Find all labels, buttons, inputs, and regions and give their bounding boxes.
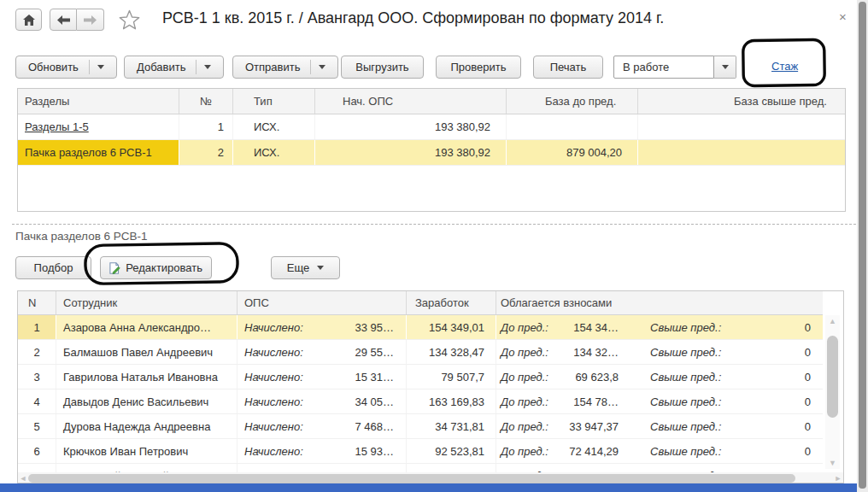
employee-row[interactable]: 6 Крючков Иван Петрович Начислено: 15 93…: [18, 439, 823, 464]
employee-ops-cell[interactable]: Начислено: 34 05…: [238, 390, 407, 413]
employee-name-cell[interactable]: Дурова Надежда Андреевна: [56, 414, 238, 438]
employee-earnings-cell[interactable]: 79 507,7: [407, 365, 496, 389]
employee-taxable-cell[interactable]: До пред.: 72 414,29 Свыше пред.: 0: [496, 439, 823, 463]
table-row[interactable]: Пачка разделов 6 РСВ-1 2 ИСХ. 193 380,92…: [18, 140, 845, 166]
employee-number-cell[interactable]: 5: [18, 414, 56, 438]
section-base-under-cell[interactable]: [507, 114, 638, 139]
employee-name-cell[interactable]: Азарова Анна Александро…: [56, 315, 238, 339]
employee-taxable-cell[interactable]: До пред.: 33 947,37 Свыше пред.: 0: [496, 414, 823, 438]
employee-taxable-cell[interactable]: До пред.: 69 623,8 Свыше пред.: 0: [496, 365, 823, 389]
employee-number-cell[interactable]: 4: [18, 390, 56, 413]
section-base-over-cell[interactable]: [638, 140, 845, 165]
employee-name-cell[interactable]: Гаврилова Наталья Ивановна: [56, 365, 238, 389]
employee-ops-cell[interactable]: Начислено: 15 31…: [238, 365, 407, 389]
column-header-type[interactable]: Тип: [233, 89, 315, 114]
refresh-button[interactable]: Обновить: [15, 56, 117, 79]
column-header-taxable[interactable]: Облагается взносами: [496, 291, 823, 314]
employee-ops-cell[interactable]: Начислено: 29 55…: [238, 340, 407, 364]
employee-row[interactable]: 5 Дурова Надежда Андреевна Начислено: 7 …: [18, 414, 823, 439]
back-button[interactable]: [50, 9, 77, 31]
table-row[interactable]: Разделы 1-5 1 ИСХ. 193 380,92: [18, 114, 845, 140]
over-limit-value: 0: [736, 420, 823, 433]
section-type-cell[interactable]: ИСХ.: [233, 140, 315, 165]
split-separator: [310, 60, 311, 74]
scroll-left-icon[interactable]: ◄: [18, 474, 28, 483]
section-ops-cell[interactable]: 193 380,92: [315, 114, 507, 139]
employee-number-cell[interactable]: 1: [18, 315, 56, 339]
forward-button[interactable]: [77, 9, 104, 31]
employee-taxable-cell[interactable]: До пред.: 134 32… Свыше пред.: 0: [496, 340, 823, 364]
add-button[interactable]: Добавить: [124, 56, 224, 79]
vertical-scrollbar[interactable]: ▲ ▼: [825, 315, 840, 469]
employee-row[interactable]: 2 Балмашов Павел Андреевич Начислено: 29…: [18, 340, 823, 365]
column-header-employee[interactable]: Сотрудник: [56, 291, 238, 314]
employee-earnings-cell[interactable]: 92 523,81: [407, 439, 496, 463]
section-ops-cell[interactable]: 193 380,92: [315, 140, 507, 165]
scroll-down-icon[interactable]: ▼: [829, 457, 836, 469]
scroll-up-icon[interactable]: ▲: [829, 315, 836, 327]
favorite-star-button[interactable]: [119, 9, 140, 30]
edit-button[interactable]: Редактировать: [100, 256, 212, 279]
send-button[interactable]: Отправить: [232, 56, 338, 79]
employee-row[interactable]: 4 Давыдов Денис Васильевич Начислено: 34…: [18, 390, 823, 414]
section-base-over-cell[interactable]: [638, 114, 845, 139]
export-button[interactable]: Выгрузить: [341, 56, 424, 79]
employee-ops-cell[interactable]: Начислено: 7 468…: [238, 414, 407, 438]
section-type-cell[interactable]: ИСХ.: [233, 114, 315, 139]
column-header-ops[interactable]: ОПС: [238, 291, 407, 314]
horizontal-scrollbar[interactable]: ◄ ►: [18, 472, 843, 483]
status-select[interactable]: В работе: [613, 56, 714, 79]
employee-number-cell[interactable]: 6: [18, 439, 56, 463]
column-header-earnings[interactable]: Заработок: [407, 291, 496, 314]
employee-taxable-cell[interactable]: До пред.: 154 78… Свыше пред.: 0: [496, 390, 823, 413]
status-select-arrow-button[interactable]: [714, 56, 736, 79]
more-button[interactable]: Еще: [271, 256, 340, 279]
employee-earnings-cell[interactable]: 134 328,47: [407, 340, 496, 364]
vertical-scrollbar-thumb[interactable]: [827, 336, 838, 418]
check-button[interactable]: Проверить: [436, 56, 521, 79]
section-name-cell[interactable]: Пачка разделов 6 РСВ-1: [18, 140, 179, 165]
under-limit-value: 134 32…: [569, 346, 619, 359]
accrued-value: 15 31…: [319, 371, 406, 384]
employee-earnings-cell[interactable]: 163 169,83: [407, 390, 496, 413]
employee-name-cell[interactable]: Давыдов Денис Васильевич: [56, 390, 238, 413]
under-limit-value: 72 414,29: [569, 445, 619, 458]
home-button[interactable]: [15, 9, 42, 31]
employee-earnings-cell[interactable]: 154 349,01: [407, 315, 496, 339]
employee-row[interactable]: 3 Гаврилова Наталья Ивановна Начислено: …: [18, 365, 823, 390]
employee-taxable-cell[interactable]: До пред.: 154 34… Свыше пред.: 0: [496, 315, 823, 339]
pick-button[interactable]: Подбор: [15, 256, 91, 279]
section-number-cell[interactable]: 2: [179, 140, 233, 165]
horizontal-scrollbar-thumb[interactable]: [28, 474, 795, 483]
column-header-number[interactable]: №: [179, 89, 233, 114]
section-name-cell[interactable]: Разделы 1-5: [18, 114, 179, 139]
over-limit-value: 0: [736, 346, 823, 359]
more-button-label: Еще: [287, 261, 309, 274]
scroll-right-icon[interactable]: ►: [833, 474, 843, 483]
section-number-cell[interactable]: 1: [179, 114, 233, 139]
employee-number-cell[interactable]: 2: [18, 340, 56, 364]
employee-number-cell[interactable]: 3: [18, 365, 56, 389]
column-header-base-under[interactable]: База до пред.: [507, 89, 638, 114]
sections-table: Разделы № Тип Нач. ОПС База до пред. Баз…: [17, 88, 846, 212]
column-header-ops[interactable]: Нач. ОПС: [315, 89, 507, 114]
column-header-base-over[interactable]: База свыше пред.: [638, 89, 845, 114]
window-scrollbar[interactable]: [857, 0, 868, 492]
section-base-under-cell[interactable]: 879 004,20: [507, 140, 638, 165]
employee-ops-cell[interactable]: Начислено: 15 93…: [238, 439, 407, 463]
employee-name-cell[interactable]: Крючков Иван Петрович: [56, 439, 238, 463]
close-button[interactable]: ×: [839, 10, 847, 23]
section-title: Пачка разделов 6 РСВ-1: [15, 230, 147, 243]
print-button[interactable]: Печать: [533, 56, 603, 79]
employee-earnings-cell[interactable]: 34 731,81: [407, 414, 496, 438]
window-scrollbar-thumb[interactable]: [859, 2, 866, 489]
employees-table-header: N Сотрудник ОПС Заработок Облагается взн…: [18, 291, 823, 315]
column-header-n[interactable]: N: [18, 291, 56, 314]
column-header-sections[interactable]: Разделы: [18, 89, 179, 114]
employee-row[interactable]: 1 Азарова Анна Александро… Начислено: 33…: [18, 315, 823, 340]
employee-name-cell[interactable]: Балмашов Павел Андреевич: [56, 340, 238, 364]
employee-ops-cell[interactable]: Начислено: 33 95…: [238, 315, 407, 339]
accrued-label: Начислено:: [238, 321, 319, 334]
experience-link[interactable]: Стаж: [771, 60, 798, 73]
back-arrow-icon: [57, 15, 70, 25]
